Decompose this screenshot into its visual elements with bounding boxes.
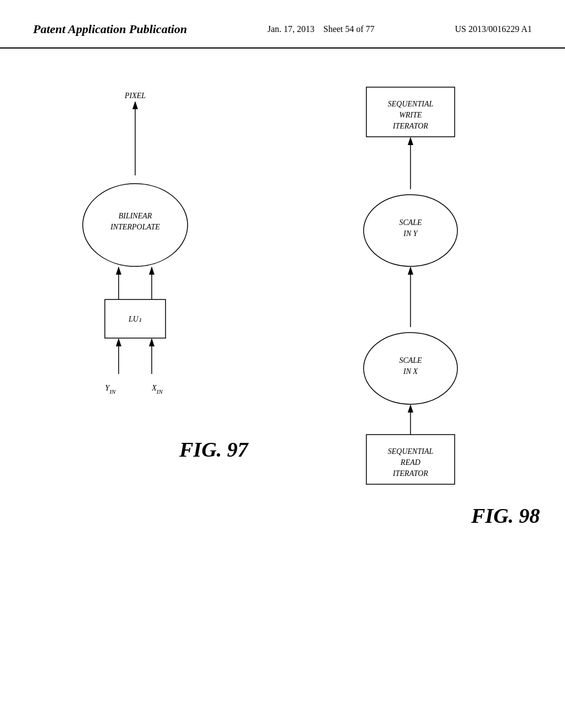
- svg-text:READ: READ: [400, 458, 420, 467]
- svg-text:XIN: XIN: [151, 384, 163, 395]
- fig98-label: FIG. 98: [471, 504, 540, 527]
- svg-marker-22: [408, 137, 413, 145]
- svg-text:LU₁: LU₁: [128, 315, 142, 323]
- svg-marker-14: [149, 338, 154, 346]
- page-header: Patent Application Publication Jan. 17, …: [0, 0, 565, 49]
- svg-text:IN Y: IN Y: [403, 229, 419, 238]
- sheet-info: Sheet 54 of 77: [323, 24, 375, 34]
- fig98-diagram: SEQUENTIAL WRITE ITERATOR SCALE IN Y SCA…: [311, 82, 543, 578]
- svg-text:ITERATOR: ITERATOR: [392, 469, 428, 478]
- publication-date-sheet: Jan. 17, 2013 Sheet 54 of 77: [268, 24, 375, 34]
- publication-title: Patent Application Publication: [33, 22, 187, 36]
- svg-marker-27: [408, 266, 413, 275]
- pixel-label: PIXEL: [124, 92, 146, 100]
- publication-date: Jan. 17, 2013: [268, 24, 315, 34]
- svg-marker-8: [149, 266, 154, 275]
- svg-text:SEQUENTIAL: SEQUENTIAL: [388, 447, 434, 456]
- svg-marker-1: [132, 101, 138, 109]
- svg-marker-12: [116, 338, 121, 346]
- svg-text:WRITE: WRITE: [399, 111, 422, 119]
- svg-text:SCALE: SCALE: [399, 356, 422, 365]
- svg-text:BILINEAR: BILINEAR: [119, 212, 152, 220]
- svg-text:IN X: IN X: [403, 367, 418, 376]
- patent-number: US 2013/0016229 A1: [455, 24, 532, 34]
- svg-text:YIN: YIN: [105, 384, 116, 395]
- fig97-label: FIG. 97: [179, 438, 249, 461]
- svg-marker-32: [408, 404, 413, 413]
- svg-text:ITERATOR: ITERATOR: [392, 122, 428, 130]
- main-content: PIXEL BILINEAR INTERPOLATE LU₁: [0, 49, 565, 716]
- svg-text:SCALE: SCALE: [399, 218, 422, 227]
- svg-text:SEQUENTIAL: SEQUENTIAL: [388, 100, 434, 108]
- fig97-diagram: PIXEL BILINEAR INTERPOLATE LU₁: [33, 82, 243, 578]
- svg-marker-6: [116, 266, 121, 275]
- svg-text:INTERPOLATE: INTERPOLATE: [110, 223, 160, 231]
